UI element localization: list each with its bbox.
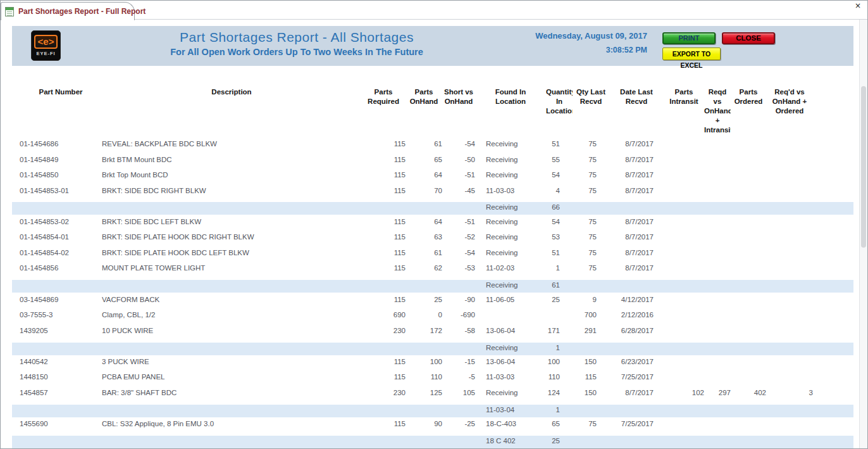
- cell-qty_last_recvd: 75: [573, 233, 609, 241]
- cell-description: Clamp, CBL, 1/2: [102, 311, 361, 319]
- cell-short_vs_onhand: -51: [442, 171, 475, 179]
- eyefi-logo-mark: <e>: [34, 35, 58, 49]
- cell-reqd_vs_onhand_ordered: 3: [766, 389, 813, 396]
- cell-short_vs_onhand: -5: [442, 373, 475, 381]
- cell-description: Brkt BTM Mount BDC: [102, 156, 361, 163]
- cell-parts_onhand: 125: [406, 389, 442, 396]
- table-row: 1454857BAR: 3/8" SHAFT BDC230125105Recei…: [12, 388, 853, 403]
- cell-found_in_location: Receiving: [475, 156, 546, 163]
- cell-parts_onhand: 172: [406, 327, 442, 334]
- cell-date_last_recvd: 6/23/2017: [609, 358, 664, 365]
- cell-quantity_in_location: 65: [546, 420, 573, 427]
- cell-parts_required: 115: [361, 187, 406, 194]
- cell-date_last_recvd: 8/7/2017: [609, 264, 664, 272]
- cell-short_vs_onhand: -25: [442, 420, 475, 427]
- page-subtitle: For All Open Work Orders Up To Two Weeks…: [107, 47, 487, 57]
- report-window: Part Shortages Report - Full Report × <e…: [0, 0, 868, 449]
- cell-description: REVEAL: BACKPLATE BDC BLKW: [102, 140, 361, 148]
- cell-short_vs_onhand: -54: [442, 140, 475, 148]
- cell-date_last_recvd: 8/7/2017: [609, 389, 664, 396]
- table-row: 01-1454854-02BRKT: SIDE PLATE HOOK BDC L…: [12, 248, 853, 263]
- cell-parts_required: 115: [361, 249, 406, 256]
- cell-quantity_in_location: 51: [546, 249, 573, 256]
- cell-description: PCBA EMU PANEL: [102, 373, 361, 381]
- table-row: 01-1454853-02BRKT: SIDE BDC LEFT BLKW115…: [12, 217, 853, 232]
- column-header-found_in_location: Found In Location: [475, 86, 546, 106]
- cell-short_vs_onhand: -690: [442, 311, 475, 319]
- cell-part_number: 1440542: [20, 358, 102, 365]
- cell-part_number: 1448150: [20, 373, 102, 381]
- cell-parts_onhand: 0: [406, 311, 442, 319]
- cell-qty_last_recvd: 291: [573, 327, 609, 334]
- cell-part_number: 03-7555-3: [20, 311, 102, 319]
- cell-description: BRKT: SIDE BDC LEFT BLKW: [102, 218, 361, 225]
- table-row: 01-1454854-01BRKT: SIDE PLATE HOOK BDC R…: [12, 232, 853, 248]
- cell-quantity_in_location: 1: [546, 264, 573, 272]
- cell-date_last_recvd: 7/25/2017: [609, 420, 664, 427]
- cell-parts_required: 115: [361, 140, 406, 148]
- cell-qty_last_recvd: 700: [573, 311, 609, 319]
- location-subrow: Receiving1: [12, 343, 853, 355]
- cell-found_in_location: Receiving: [475, 249, 546, 256]
- cell-part_number: 1454857: [20, 389, 102, 396]
- cell-qty_last_recvd: 9: [573, 296, 609, 303]
- tab-part-shortages-report[interactable]: Part Shortages Report - Full Report: [1, 2, 135, 20]
- cell-part_number: 01-1454686: [20, 140, 102, 148]
- cell-qty_last_recvd: 115: [573, 373, 609, 381]
- cell-short_vs_onhand: -15: [442, 358, 475, 365]
- page-title: Part Shortages Report - All Shortages: [107, 30, 487, 45]
- cell-short_vs_onhand: -45: [442, 187, 475, 194]
- cell-quantity_in_location: 53: [546, 233, 573, 241]
- cell-qty_last_recvd: 150: [573, 389, 609, 396]
- eyefi-logo: <e> EYE-FI: [31, 30, 61, 61]
- cell-found_in_location: Receiving: [475, 218, 546, 225]
- table-row: 01-1454849Brkt BTM Mount BDC11565-50Rece…: [12, 155, 853, 170]
- cell-date_last_recvd: 4/12/2017: [609, 296, 664, 303]
- cell-quantity_in_location: 51: [546, 140, 573, 148]
- table-row: 01-1454853-01BRKT: SIDE BDC RIGHT BLKW11…: [12, 186, 853, 201]
- cell-found_in_location: Receiving: [475, 140, 546, 148]
- cell-parts_required: 115: [361, 358, 406, 365]
- cell-description: BRKT: SIDE PLATE HOOK BDC RIGHT BLKW: [102, 233, 361, 241]
- cell-quantity_in_location: 100: [546, 358, 573, 365]
- print-button[interactable]: PRINT: [662, 32, 716, 44]
- cell-date_last_recvd: 6/28/2017: [609, 327, 664, 334]
- cell-description: BAR: 3/8" SHAFT BDC: [102, 389, 361, 396]
- close-icon[interactable]: ×: [853, 2, 862, 11]
- cell-short_vs_onhand: -58: [442, 327, 475, 334]
- cell-part_number: 1439205: [20, 327, 102, 334]
- cell-parts_onhand: 100: [406, 358, 442, 365]
- cell-found_in_location: Receiving: [475, 281, 546, 289]
- column-header-parts_onhand: Parts OnHand: [406, 86, 442, 106]
- cell-quantity_in_location: 54: [546, 218, 573, 225]
- export-to-excel-button[interactable]: EXPORT TO EXCEL: [662, 47, 721, 60]
- cell-description: Brkt Top Mount BCD: [102, 171, 361, 179]
- report-icon: [5, 7, 14, 16]
- cell-description: MOUNT PLATE TOWER LIGHT: [102, 264, 361, 272]
- cell-parts_onhand: 110: [406, 373, 442, 381]
- table-row: 01-1454850Brkt Top Mount BCD11564-51Rece…: [12, 170, 853, 186]
- cell-description: 3 PUCK WIRE: [102, 358, 361, 365]
- column-header-reqd_vs_onhand_intransit: Reqd vs OnHand + Intransit: [704, 86, 731, 135]
- close-button[interactable]: CLOSE: [722, 32, 775, 44]
- cell-date_last_recvd: 2/12/2016: [609, 311, 664, 319]
- cell-qty_last_recvd: 150: [573, 358, 609, 365]
- cell-part_number: 01-1454853-01: [20, 187, 102, 194]
- cell-qty_last_recvd: 75: [573, 420, 609, 427]
- cell-parts_required: 115: [361, 296, 406, 303]
- cell-description: CBL: S32 Applique, 8 Pin EMU 3.0: [102, 420, 361, 427]
- cell-date_last_recvd: 8/7/2017: [609, 249, 664, 256]
- report-time: 3:08:52 PM: [535, 46, 647, 54]
- cell-date_last_recvd: 8/7/2017: [609, 156, 664, 163]
- cell-part_number: 01-1454856: [20, 264, 102, 272]
- vertical-scrollbar[interactable]: [859, 20, 867, 448]
- cell-qty_last_recvd: 75: [573, 156, 609, 163]
- table-row: 1448150PCBA EMU PANEL115110-511-03-03110…: [12, 372, 853, 388]
- cell-description: VACFORM BACK: [102, 296, 361, 303]
- cell-parts_onhand: 25: [406, 296, 442, 303]
- cell-quantity_in_location: 66: [546, 203, 573, 211]
- scrollbar-thumb[interactable]: [861, 86, 866, 248]
- cell-part_number: 01-1454850: [20, 171, 102, 179]
- cell-found_in_location: Receiving: [475, 203, 546, 211]
- datetime-block: Wednesday, August 09, 2017 3:08:52 PM: [535, 31, 647, 54]
